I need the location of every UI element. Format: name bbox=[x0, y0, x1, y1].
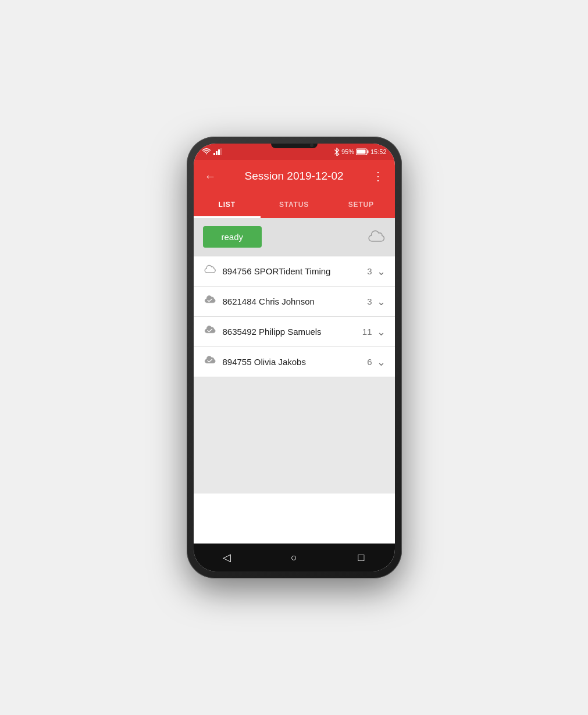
svg-rect-3 bbox=[220, 148, 222, 155]
bluetooth-icon bbox=[334, 148, 340, 156]
list-item-count-2: 11 bbox=[362, 327, 372, 337]
phone-screen: 95% 15:52 ← Session 2019-12-02 ⋮ LIST bbox=[194, 144, 395, 571]
list-item[interactable]: 894756 SPORTident Timing 3 ⌄ bbox=[194, 256, 395, 287]
app-bar: ← Session 2019-12-02 ⋮ bbox=[194, 160, 395, 192]
tab-list[interactable]: LIST bbox=[194, 192, 261, 218]
tab-status[interactable]: STATUS bbox=[261, 192, 327, 218]
menu-button[interactable]: ⋮ bbox=[369, 169, 387, 183]
content-area: ready 894756 SPORTident Timing 3 ⌄ bbox=[194, 218, 395, 544]
svg-rect-6 bbox=[357, 150, 365, 154]
ready-bar: ready bbox=[194, 218, 395, 256]
recent-nav-button[interactable]: □ bbox=[350, 546, 373, 569]
wifi-icon bbox=[202, 148, 211, 155]
list-item-label-3: 894755 Olivia Jakobs bbox=[223, 357, 368, 367]
list-item-label-0: 894756 SPORTident Timing bbox=[223, 266, 368, 276]
list-container: 894756 SPORTident Timing 3 ⌄ 8621484 Chr… bbox=[194, 256, 395, 544]
list-item-count-3: 6 bbox=[367, 357, 372, 367]
list-item[interactable]: 8635492 Philipp Samuels 11 ⌄ bbox=[194, 317, 395, 347]
cloud-sync-icon bbox=[367, 230, 386, 245]
home-nav-button[interactable]: ○ bbox=[282, 546, 305, 569]
svg-rect-5 bbox=[367, 151, 368, 153]
battery-percent: 95% bbox=[341, 148, 354, 155]
battery-icon bbox=[356, 148, 369, 155]
cloud-filled-icon-3 bbox=[203, 355, 217, 369]
list-item[interactable]: 894755 Olivia Jakobs 6 ⌄ bbox=[194, 347, 395, 377]
svg-rect-1 bbox=[216, 151, 218, 155]
cloud-empty-icon-0 bbox=[203, 264, 217, 278]
cloud-filled-icon-2 bbox=[203, 325, 217, 338]
back-button[interactable]: ← bbox=[202, 170, 219, 183]
cloud-filled-icon-1 bbox=[203, 295, 217, 308]
status-bar-right: 95% 15:52 bbox=[334, 148, 387, 156]
list-item-label-1: 8621484 Chris Johnson bbox=[223, 296, 368, 306]
svg-rect-2 bbox=[218, 149, 220, 155]
list-item-count-1: 3 bbox=[367, 296, 372, 306]
tab-setup[interactable]: SETUP bbox=[327, 192, 394, 218]
camera-dot bbox=[310, 144, 313, 147]
chevron-down-icon-0: ⌄ bbox=[377, 265, 386, 278]
status-bar-left bbox=[202, 148, 222, 155]
clock-time: 15:52 bbox=[370, 148, 387, 155]
phone-device: 95% 15:52 ← Session 2019-12-02 ⋮ LIST bbox=[187, 137, 402, 578]
chevron-down-icon-2: ⌄ bbox=[377, 326, 386, 338]
list-item[interactable]: 8621484 Chris Johnson 3 ⌄ bbox=[194, 287, 395, 317]
list-item-label-2: 8635492 Philipp Samuels bbox=[223, 327, 362, 337]
bottom-nav: ◁ ○ □ bbox=[194, 544, 395, 571]
list-item-count-0: 3 bbox=[367, 266, 372, 276]
svg-rect-0 bbox=[213, 153, 215, 155]
app-bar-title: Session 2019-12-02 bbox=[219, 170, 369, 183]
empty-space bbox=[194, 377, 395, 494]
tabs-bar: LIST STATUS SETUP bbox=[194, 192, 395, 218]
back-nav-button[interactable]: ◁ bbox=[215, 546, 238, 569]
chevron-down-icon-1: ⌄ bbox=[377, 295, 386, 308]
chevron-down-icon-3: ⌄ bbox=[377, 356, 386, 369]
signal-icon bbox=[213, 148, 222, 155]
ready-button[interactable]: ready bbox=[203, 226, 262, 248]
